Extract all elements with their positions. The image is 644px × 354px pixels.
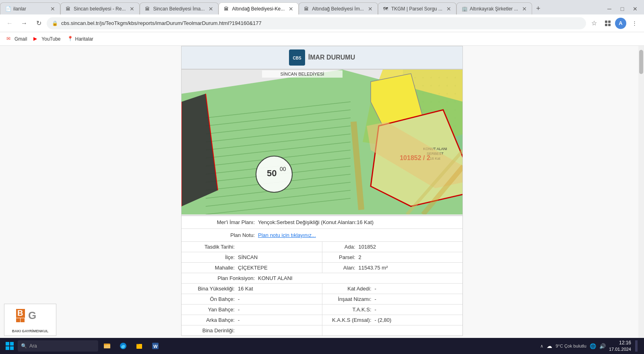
address-text: cbs.sincan.bel.tr/js/TeoTkgm/kbs/reports…	[61, 20, 581, 26]
scrollbar-thumb[interactable]	[639, 50, 643, 74]
menu-button[interactable]: ⋮	[628, 17, 641, 30]
tab-5-close[interactable]: ✕	[368, 6, 373, 12]
taskbar-search-placeholder: Ara	[29, 343, 37, 349]
taskbar-files[interactable]	[132, 339, 147, 353]
kat-adedi-value: -	[375, 286, 376, 292]
content-wrapper: CBS İMAR DURUMU	[0, 46, 644, 338]
tab-2[interactable]: 🏛 Sincan belediyesi - Re... ✕	[60, 2, 140, 14]
taskbar: 🔍 Ara W ∧ ☁ 9°C Çok bulutlu	[0, 338, 644, 354]
row-mahalle-alan: Mahalle: ÇİÇEKTEPE Alan: 11543.75 m²	[182, 263, 462, 273]
svg-rect-106	[16, 318, 20, 322]
tab-bar: 📄 ilanlar ✕ 🏛 Sincan belediyesi - Re... …	[0, 0, 644, 14]
taskbar-word[interactable]: W	[148, 339, 163, 353]
svg-rect-111	[10, 342, 14, 346]
row-yanbahce-taks: Yan Bahçe: - T.A.K.S: -	[182, 305, 462, 315]
kat-adedi-label: Kat Adedi:	[326, 286, 375, 292]
bina-yukseklik-label: Bina Yüksekliği:	[186, 286, 238, 292]
tab-3[interactable]: 🏛 Sincan Belediyesi İma... ✕	[140, 2, 219, 14]
address-bar[interactable]: 🔒 cbs.sincan.bel.tr/js/TeoTkgm/kbs/repor…	[47, 17, 586, 29]
row-tasdik-ada: Tasdik Tarihi: Ada: 101852	[182, 242, 462, 252]
tab-7[interactable]: 🏢 Altınkayrak Şirketler ... ✕	[456, 2, 532, 14]
row-onbahce-insaat: Ön Bahçe: - İnşaat Nizamı: -	[182, 294, 462, 305]
ada-value: 101852	[359, 244, 376, 250]
tab-2-title: Sincan belediyesi - Re...	[74, 6, 126, 12]
new-tab-button[interactable]: +	[532, 2, 544, 14]
tab-2-favicon: 🏛	[66, 6, 71, 12]
minimize-button[interactable]: ─	[604, 3, 615, 14]
kaks-label: K.A.K.S (Emsal):	[326, 317, 375, 323]
network-icon[interactable]: 🌐	[590, 343, 596, 349]
arka-bahce-value: -	[238, 317, 239, 323]
back-button[interactable]: ←	[3, 17, 16, 30]
svg-text:CBS: CBS	[293, 56, 301, 60]
on-bahce-value: -	[238, 296, 239, 302]
svg-text:G: G	[28, 309, 36, 321]
tab-6-close[interactable]: ✕	[446, 6, 451, 12]
tab-1-close[interactable]: ✕	[50, 6, 55, 12]
svg-rect-1	[608, 21, 611, 23]
bookmark-youtube[interactable]: ▶ YouTube	[30, 34, 64, 44]
tab-7-favicon: 🏢	[462, 6, 467, 12]
bookmark-star-button[interactable]: ☆	[588, 17, 601, 30]
baki-gayrimenkul-logo: B G BAKI GAYRİMENKUL	[4, 304, 56, 336]
taskbar-search[interactable]: 🔍 Ara	[18, 340, 98, 352]
maps-icon: 📍	[67, 36, 74, 42]
show-desktop-button[interactable]	[635, 340, 638, 352]
mahalle-value: ÇİÇEKTEPE	[238, 265, 268, 271]
tab-6-favicon: 🗺	[383, 6, 389, 12]
tasdik-tarihi-label: Tasdik Tarihi:	[186, 244, 238, 250]
forward-button[interactable]: →	[18, 17, 31, 30]
tab-5[interactable]: 🏛 Altındağ Belediyesi İm... ✕	[299, 2, 378, 14]
tab-4-close[interactable]: ✕	[289, 6, 293, 12]
profile-button[interactable]: A	[615, 18, 626, 29]
taks-label: T.A.K.S:	[326, 307, 375, 313]
tab-6[interactable]: 🗺 TKGM | Parsel Sorgu ... ✕	[378, 2, 456, 14]
svg-rect-2	[605, 24, 607, 26]
row-bina-kat: Bina Yüksekliği: 16 Kat Kat Adedi: -	[182, 284, 462, 294]
system-clock[interactable]: 12:16 17.01.2024	[609, 340, 631, 352]
weather-icon: ☁	[547, 343, 552, 349]
weather-text: 9°C Çok bulutlu	[555, 344, 586, 348]
svg-text:W: W	[153, 344, 158, 349]
parcel-map-svg: 101852 / 2 KONUT ALANI SERBEST 16 Kat 50…	[182, 70, 463, 214]
tab-3-close[interactable]: ✕	[208, 6, 213, 12]
insaat-nizami-label: İnşaat Nizamı:	[326, 296, 375, 302]
tray-expand-icon[interactable]: ∧	[540, 344, 543, 349]
volume-icon[interactable]: 🔊	[599, 343, 606, 349]
tab-7-close[interactable]: ✕	[522, 6, 527, 12]
row-plan-fonksiyon: Plan Fonksiyon: KONUT ALANI	[182, 273, 462, 284]
svg-rect-112	[6, 346, 9, 350]
plan-notu-label: Plan Notu:	[186, 232, 258, 238]
meri-imar-label: Mer'i İmar Planı:	[186, 219, 258, 225]
taskbar-edge[interactable]	[116, 339, 130, 353]
close-button[interactable]: ✕	[630, 3, 641, 14]
page-header-title: İMAR DURUMU	[308, 54, 355, 61]
tab-1[interactable]: 📄 ilanlar ✕	[0, 2, 60, 14]
meri-imar-value: Yençok:Serbest Değişikliği (Konut Alanla…	[258, 219, 374, 225]
start-button[interactable]	[3, 340, 16, 352]
reload-button[interactable]: ↻	[32, 17, 45, 30]
plan-fonksiyon-label: Plan Fonksiyon:	[186, 275, 258, 281]
bina-derinlik-label: Bina Derinliği:	[186, 327, 238, 333]
svg-rect-0	[605, 21, 607, 23]
taskbar-search-icon: 🔍	[21, 343, 27, 349]
youtube-icon: ▶	[33, 36, 40, 42]
yan-bahce-value: -	[238, 307, 239, 313]
row-bina-derinlik: Bina Derinliği:	[182, 325, 462, 335]
ilce-value: SİNCAN	[238, 254, 258, 260]
maximize-button[interactable]: □	[617, 3, 628, 14]
insaat-nizami-value: -	[375, 296, 376, 302]
tab-4[interactable]: 🏛 Altındağ Belediyesi-Ke... ✕	[219, 2, 299, 14]
tab-2-close[interactable]: ✕	[130, 6, 134, 12]
bookmark-haritalar[interactable]: 📍 Haritalar	[64, 34, 97, 44]
mahalle-label: Mahalle:	[186, 265, 238, 271]
clock-date: 17.01.2024	[609, 346, 631, 352]
extensions-button[interactable]	[602, 18, 613, 29]
svg-text:50: 50	[267, 168, 277, 178]
row-ilce-parsel: İlçe: SİNCAN Parsel: 2	[182, 252, 462, 263]
plan-notu-link[interactable]: Plan notu için tıklayınız...	[258, 232, 316, 238]
alan-value: 11543.75 m²	[359, 265, 388, 271]
taskbar-explorer[interactable]	[100, 339, 114, 353]
bookmark-gmail[interactable]: ✉ Gmail	[3, 34, 30, 44]
scrollbar[interactable]	[638, 46, 644, 338]
